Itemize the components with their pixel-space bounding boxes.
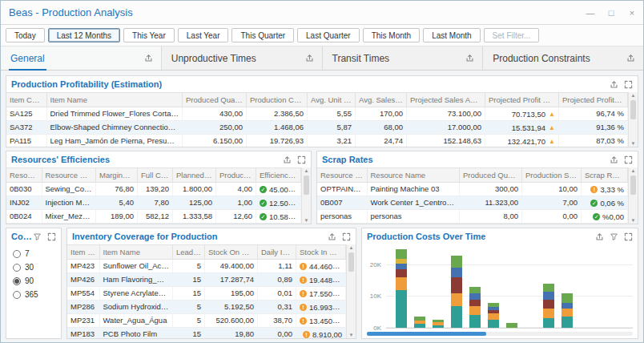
table-row[interactable]: MP554Styrene Acrylates Copolym...15195,0… (67, 286, 346, 300)
filter-icon[interactable] (33, 232, 42, 241)
column-header[interactable]: Produced Quantity (183, 93, 247, 107)
scroll-down-icon[interactable]: ▼ (347, 333, 356, 337)
scroll-thumb[interactable] (630, 100, 636, 119)
export-icon[interactable] (283, 155, 292, 164)
vertical-scrollbar[interactable]: ▲ ▼ (628, 167, 638, 224)
chart-bar[interactable] (488, 303, 499, 328)
filter-button-last-quarter[interactable]: Last Quarter (297, 28, 360, 42)
chart-bar[interactable] (396, 249, 407, 328)
table-row[interactable]: MP426Ham Flavoring_Saborizante...1517.28… (67, 272, 346, 286)
column-header[interactable]: Stock On Hand (205, 245, 258, 260)
column-header[interactable]: Item Name (99, 245, 173, 260)
column-header[interactable]: Resource Name (42, 168, 96, 183)
table-row[interactable]: MP183PCB Photo Film1519,800,00!8.910,00 (67, 327, 346, 338)
chart-bar[interactable] (433, 320, 444, 328)
column-header[interactable]: Item Code (6, 93, 46, 107)
coverage-option-30[interactable]: 30 (13, 263, 54, 272)
column-header[interactable]: Lead Time (173, 245, 205, 260)
minimize-button[interactable]: — (586, 1, 595, 25)
column-header[interactable]: Resource Name (367, 168, 460, 183)
expand-icon[interactable] (624, 80, 633, 89)
column-header[interactable]: Stock In Days (296, 245, 346, 260)
export-icon[interactable] (610, 155, 618, 164)
export-icon[interactable] (305, 54, 314, 63)
table-row[interactable]: 0B024Mixer_Mezclad...189,00582,121.333,5… (6, 209, 301, 223)
tab-transit-times[interactable]: Transit Times (323, 46, 484, 70)
radio-input[interactable] (13, 264, 21, 272)
filter-button-last-year[interactable]: Last Year (178, 28, 229, 42)
vertical-scrollbar[interactable]: ▲ ▼ (628, 92, 638, 147)
scroll-up-icon[interactable]: ▲ (302, 168, 311, 173)
expand-icon[interactable] (624, 155, 633, 164)
table-row[interactable]: personaspersonas8,000,00✓%0,00 (317, 209, 628, 223)
table-row[interactable]: PA115Leg Ham_Jamón de Pierna, Presunto d… (6, 134, 628, 147)
coverage-option-90[interactable]: 90 (13, 276, 54, 285)
column-header[interactable]: Scrap Rate (%) (582, 168, 628, 183)
column-header[interactable]: Efficiency (%) (256, 168, 301, 183)
chart-bar[interactable] (414, 317, 425, 328)
export-icon[interactable] (610, 80, 618, 89)
filter-button-this-month[interactable]: This Month (363, 28, 420, 42)
chart-bar[interactable] (469, 287, 481, 328)
column-header[interactable]: Projected Sales Amount (407, 93, 485, 107)
filter-button-this-quarter[interactable]: This Quarter (231, 28, 294, 42)
expand-icon[interactable] (342, 232, 351, 241)
table-row[interactable]: MP286Sodium Hydroxide_Hidróxid...55.192,… (67, 300, 346, 313)
column-header[interactable]: Marginal Costs (96, 168, 138, 183)
export-icon[interactable] (144, 54, 153, 63)
coverage-option-7[interactable]: 7 (13, 249, 54, 258)
filter-button-last-month[interactable]: Last Month (423, 28, 480, 42)
scroll-thumb[interactable] (367, 332, 486, 336)
table-row[interactable]: MP231Water_Agua_Água5520.600,0038,70!13.… (67, 313, 346, 327)
chart-horizontal-scrollbar[interactable] (367, 332, 633, 336)
expand-icon[interactable] (624, 232, 633, 241)
column-header[interactable]: Production Ti... (216, 168, 256, 183)
expand-icon[interactable] (297, 155, 306, 164)
tab-unproductive-times[interactable]: Unproductive Times (162, 46, 323, 70)
coverage-option-365[interactable]: 365 (13, 290, 54, 299)
vertical-scrollbar[interactable]: ▲ ▼ (301, 167, 311, 224)
filter-icon[interactable] (610, 232, 618, 241)
filter-button-last-12-months[interactable]: Last 12 Months (48, 28, 120, 42)
scroll-up-icon[interactable]: ▲ (629, 93, 638, 98)
column-header[interactable]: Item Name (46, 93, 183, 107)
scroll-thumb[interactable] (348, 252, 354, 272)
column-header[interactable]: Production Scraps (522, 168, 582, 183)
table-row[interactable]: SA372Elbow-Shaped Chimney Connection Ø 8… (6, 120, 628, 134)
table-row[interactable]: OPTSHIFT8Employee 8360,000,00✓%0,00 (317, 223, 628, 224)
column-header[interactable]: Planned Pro... (173, 168, 216, 183)
column-header[interactable]: Resource Code (317, 168, 367, 183)
column-header[interactable]: Full Costs (138, 168, 173, 183)
filter-button-today[interactable]: Today (6, 28, 45, 42)
filter-button-this-year[interactable]: This Year (123, 28, 175, 42)
column-header[interactable]: Daily Issues (258, 245, 296, 260)
column-header[interactable]: Production Costs (247, 93, 308, 107)
vertical-scrollbar[interactable]: ▲ ▼ (346, 244, 356, 338)
export-icon[interactable] (626, 54, 635, 63)
table-row[interactable]: OPTPAINT03Painting Machine 03300,0010,00… (317, 183, 628, 196)
chart-bar[interactable] (543, 284, 554, 328)
scroll-down-icon[interactable]: ▼ (629, 141, 638, 146)
table-row[interactable]: OPTSH...Employee 551,8081,40600,0012,33✓… (6, 223, 301, 224)
tab-production-constraints[interactable]: Production Constraints (483, 46, 643, 70)
chart-bar[interactable] (561, 293, 573, 328)
table-row[interactable]: INJ02Injection Machine 25,407,80125,001,… (6, 196, 301, 209)
table-row[interactable]: MP423Sunflower Oil_Aceite de Gir...549.4… (67, 260, 346, 273)
export-icon[interactable] (465, 54, 474, 63)
radio-input[interactable] (13, 291, 21, 299)
column-header[interactable]: Resourc... (6, 168, 42, 183)
chart-bar[interactable] (506, 323, 517, 328)
column-header[interactable]: Projected Profit Margin (%) (559, 93, 628, 107)
column-header[interactable]: Projected Profit Margin (485, 93, 559, 107)
export-icon[interactable] (595, 232, 604, 241)
scroll-thumb[interactable] (304, 176, 309, 195)
table-row[interactable]: 0B007Work Center 1_Centro de Trabajo I11… (317, 196, 628, 209)
filter-button-set-filter[interactable]: Set Filter... (484, 28, 540, 42)
chart-bar[interactable] (451, 256, 462, 328)
scroll-thumb[interactable] (630, 176, 636, 195)
column-header[interactable]: Item Co... (67, 245, 99, 260)
tab-general[interactable]: General (1, 46, 162, 70)
scroll-up-icon[interactable]: ▲ (629, 168, 638, 173)
expand-icon[interactable] (47, 232, 56, 241)
column-header[interactable]: Avg. Unit Cost (308, 93, 356, 107)
